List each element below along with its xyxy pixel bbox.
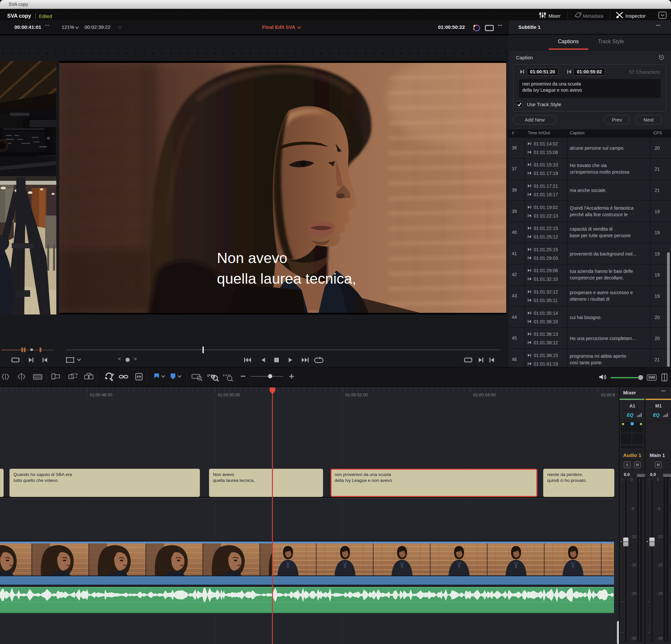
svg-text:quella laurea tecnica,: quella laurea tecnica, [217,270,356,287]
svg-text:Non avevo: Non avevo [217,249,287,266]
